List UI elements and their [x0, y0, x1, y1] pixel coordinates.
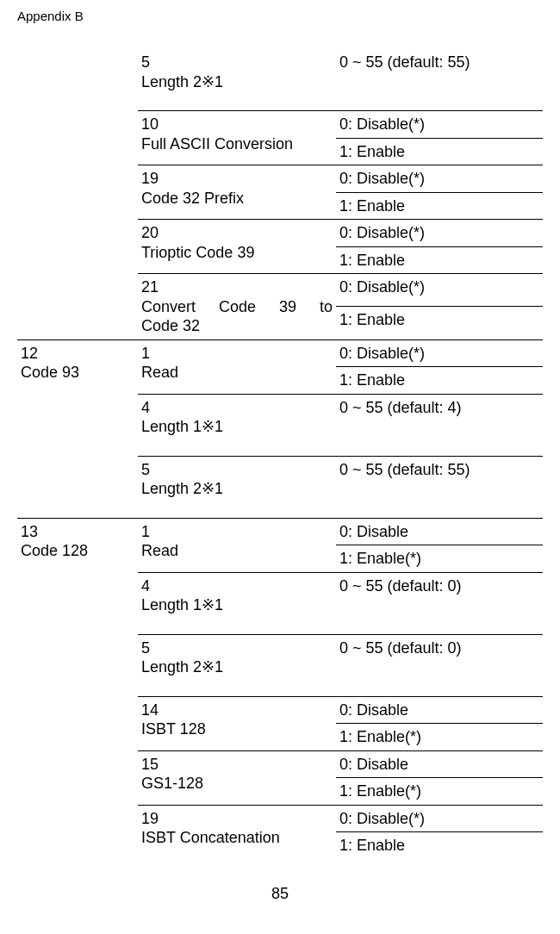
value-cell: 0: Disable [336, 696, 543, 724]
col1-cell [17, 696, 138, 750]
col1-cell [17, 634, 138, 696]
value-cell: 0 ~ 55 (default: 4) [336, 394, 543, 456]
col1-cell: 12Code 93 [17, 339, 138, 394]
col1-cell [17, 750, 138, 805]
col1-cell [17, 394, 138, 456]
col1-cell [17, 805, 138, 859]
param-cell: 19ISBT Concatenation [138, 805, 336, 859]
col1-cell [17, 165, 138, 220]
value-cell: 0 ~ 55 (default: 55) [336, 456, 543, 518]
value-cell: 0: Disable(*) [336, 111, 543, 139]
value-cell: 1: Enable [336, 138, 543, 165]
param-cell: 19Code 32 Prefix [138, 165, 336, 220]
col1-cell [17, 572, 138, 634]
value-cell: 1: Enable(*) [336, 778, 543, 806]
param-cell: 20Trioptic Code 39 [138, 220, 336, 274]
value-cell: 0 ~ 55 (default: 0) [336, 634, 543, 696]
value-cell: 0: Disable(*) [336, 339, 543, 367]
value-cell: 0: Disable(*) [336, 805, 543, 832]
value-cell: 1: Enable [336, 246, 543, 274]
value-cell: 1: Enable [336, 192, 543, 220]
param-cell: 15GS1-128 [138, 750, 336, 805]
param-cell: 14ISBT 128 [138, 696, 336, 750]
value-cell: 0 ~ 55 (default: 55) [336, 49, 543, 111]
value-cell: 1: Enable [336, 307, 543, 339]
value-cell: 1: Enable [336, 832, 543, 859]
col1-cell [17, 456, 138, 518]
param-cell: 1Read [138, 339, 336, 394]
param-cell: 21Convert Code 39 toCode 32 [138, 274, 336, 340]
value-cell: 0: Disable(*) [336, 274, 543, 307]
value-cell: 0: Disable [336, 518, 543, 545]
col1-cell [17, 220, 138, 274]
param-cell: 4Length 1※1 [138, 394, 336, 456]
param-cell: 10Full ASCII Conversion [138, 111, 336, 165]
param-cell: 5Length 2※1 [138, 49, 336, 111]
param-cell: 4Length 1※1 [138, 572, 336, 634]
param-cell: 5Length 2※1 [138, 634, 336, 696]
col1-cell [17, 111, 138, 165]
settings-table: 5Length 2※10 ~ 55 (default: 55)10Full AS… [17, 49, 543, 859]
value-cell: 0: Disable(*) [336, 165, 543, 193]
param-cell: 5Length 2※1 [138, 456, 336, 518]
col1-cell [17, 49, 138, 111]
value-cell: 1: Enable(*) [336, 724, 543, 751]
value-cell: 1: Enable(*) [336, 545, 543, 573]
col1-cell [17, 274, 138, 340]
value-cell: 0: Disable [336, 750, 543, 778]
value-cell: 0 ~ 55 (default: 0) [336, 572, 543, 634]
value-cell: 1: Enable [336, 367, 543, 395]
value-cell: 0: Disable(*) [336, 220, 543, 247]
param-cell: 1Read [138, 518, 336, 572]
col1-cell: 13Code 128 [17, 518, 138, 572]
page-number: 85 [17, 885, 543, 903]
page-header: Appendix B [17, 9, 543, 23]
